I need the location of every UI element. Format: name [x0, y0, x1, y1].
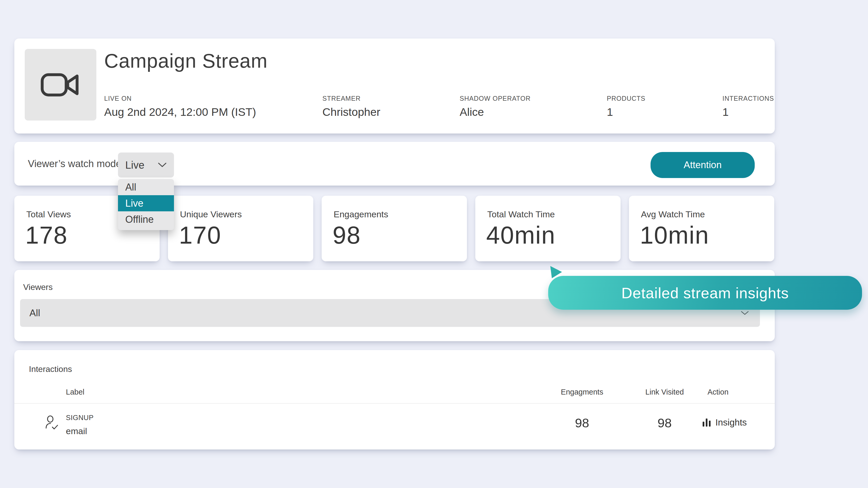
- watch-mode-menu: All Live Offline: [118, 179, 174, 230]
- stat-value: 178: [25, 221, 68, 249]
- attention-button[interactable]: Attention: [651, 152, 755, 178]
- stream-thumbnail: [25, 49, 96, 121]
- stat-value: 10min: [640, 221, 709, 249]
- watch-mode-option-offline[interactable]: Offline: [118, 212, 174, 227]
- meta-value: 1: [722, 106, 729, 119]
- viewers-section-label: Viewers: [23, 282, 53, 292]
- meta-label: PRODUCTS: [607, 95, 645, 102]
- stat-card-total-watch-time: Total Watch Time 40min: [475, 196, 621, 261]
- watch-mode-selected-value: Live: [125, 159, 144, 171]
- meta-value: Alice: [460, 106, 484, 119]
- table-divider: [14, 403, 775, 404]
- engagements-count: 98: [575, 416, 589, 430]
- insights-action-button[interactable]: Insights: [702, 417, 747, 428]
- meta-value: Aug 2nd 2024, 12:00 PM (IST): [104, 106, 256, 119]
- stat-label: Total Watch Time: [487, 209, 555, 219]
- insights-action-label: Insights: [715, 417, 747, 428]
- watch-mode-select[interactable]: Live: [118, 153, 174, 177]
- column-header-action: Action: [708, 388, 729, 396]
- interaction-type: SIGNUP: [66, 414, 94, 422]
- column-header-link-visited: Link Visited: [645, 388, 684, 396]
- viewers-filter-value: All: [29, 307, 40, 319]
- page-title: Campaign Stream: [104, 50, 268, 72]
- interaction-label: email: [66, 426, 87, 436]
- watch-mode-option-live[interactable]: Live: [118, 195, 174, 212]
- stat-label: Unique Viewers: [180, 209, 242, 219]
- link-visited-count: 98: [658, 416, 672, 430]
- meta-value: 1: [607, 106, 613, 119]
- watch-mode-card: Viewer’s watch mode Live All Live Offlin…: [14, 142, 775, 186]
- interactions-title: Interactions: [29, 364, 72, 374]
- interactions-card: Interactions Label Engagments Link Visit…: [14, 350, 775, 450]
- stat-value: 170: [179, 221, 221, 249]
- column-header-engagments: Engagments: [561, 388, 603, 396]
- video-camera-icon: [40, 69, 82, 100]
- stat-card-engagements: Engagements 98: [322, 196, 467, 261]
- stat-label: Total Views: [26, 209, 71, 219]
- stat-label: Avg Watch Time: [641, 209, 705, 219]
- watch-mode-label: Viewer’s watch mode: [28, 158, 121, 169]
- meta-label: SHADOW OPERATOR: [460, 95, 530, 102]
- meta-value: Christopher: [322, 106, 380, 119]
- stat-value: 40min: [486, 221, 556, 249]
- stat-label: Engagements: [334, 209, 388, 219]
- stat-value: 98: [333, 221, 361, 249]
- bar-chart-icon: [702, 417, 712, 428]
- meta-label: LIVE ON: [104, 95, 132, 102]
- detailed-stream-insights-tooltip: Detailed stream insights: [548, 276, 862, 310]
- watch-mode-option-all[interactable]: All: [118, 179, 174, 195]
- meta-label: STREAMER: [322, 95, 361, 102]
- chevron-down-icon: [741, 311, 749, 316]
- stat-card-avg-watch-time: Avg Watch Time 10min: [629, 196, 774, 261]
- stat-card-unique-viewers: Unique Viewers 170: [168, 196, 313, 261]
- chevron-down-icon: [158, 162, 167, 168]
- column-header-label: Label: [66, 388, 84, 396]
- meta-label: INTERACTIONS: [722, 95, 774, 102]
- user-check-icon: [44, 415, 59, 431]
- stream-header-card: Campaign Stream LIVE ON Aug 2nd 2024, 12…: [14, 38, 775, 133]
